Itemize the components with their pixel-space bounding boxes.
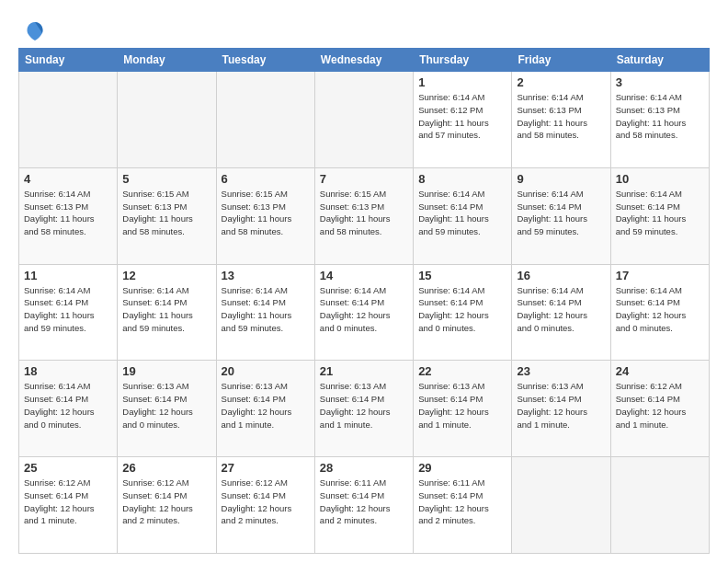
day-info: Sunset: 6:13 PM [320,201,408,213]
table-row: 3Sunrise: 6:14 AMSunset: 6:13 PMDaylight… [610,72,709,168]
day-info: and 57 minutes. [418,129,506,142]
day-info: Sunrise: 6:14 AM [24,380,112,393]
day-info: Daylight: 11 hours [616,213,704,225]
day-info: Daylight: 12 hours [122,502,210,515]
day-info: Sunrise: 6:15 AM [320,188,408,201]
table-row: 15Sunrise: 6:14 AMSunset: 6:14 PMDayligh… [414,264,512,361]
day-info: Daylight: 12 hours [517,406,605,419]
header-monday: Monday [118,49,216,72]
day-info: Daylight: 11 hours [222,213,310,225]
calendar-week-row: 4Sunrise: 6:14 AMSunset: 6:13 PMDaylight… [19,167,710,264]
table-row: 8Sunrise: 6:14 AMSunset: 6:14 PMDaylight… [414,167,512,264]
day-info: Sunset: 6:13 PM [222,201,310,213]
calendar-week-row: 25Sunrise: 6:12 AMSunset: 6:14 PMDayligh… [19,457,710,554]
calendar-week-row: 11Sunrise: 6:14 AMSunset: 6:14 PMDayligh… [19,264,710,361]
table-row: 1Sunrise: 6:14 AMSunset: 6:12 PMDaylight… [414,72,512,168]
table-row: 17Sunrise: 6:14 AMSunset: 6:14 PMDayligh… [610,264,709,361]
day-info: and 59 minutes. [122,322,210,335]
table-row: 16Sunrise: 6:14 AMSunset: 6:14 PMDayligh… [512,264,610,361]
day-info: Sunset: 6:14 PM [320,296,408,309]
day-info: Sunrise: 6:14 AM [616,91,704,104]
day-info: and 1 minute. [418,419,506,431]
day-info: Sunset: 6:12 PM [418,104,506,117]
day-info: Daylight: 11 hours [222,309,310,322]
day-info: Daylight: 11 hours [418,213,506,225]
table-row [512,457,610,554]
day-info: and 0 minutes. [320,322,408,335]
day-number: 15 [418,269,506,282]
day-number: 4 [24,172,112,186]
day-info: Sunset: 6:14 PM [517,201,605,213]
day-info: Daylight: 12 hours [616,406,704,419]
table-row: 25Sunrise: 6:12 AMSunset: 6:14 PMDayligh… [19,457,118,554]
day-info: Sunrise: 6:14 AM [517,91,605,104]
day-info: Sunrise: 6:12 AM [122,477,210,489]
day-info: Sunset: 6:14 PM [616,393,704,406]
table-row [19,72,118,168]
day-info: Daylight: 11 hours [517,117,605,130]
day-info: Sunrise: 6:14 AM [222,284,310,297]
day-info: Sunset: 6:14 PM [418,296,506,309]
day-info: Daylight: 11 hours [24,213,112,225]
header-wednesday: Wednesday [314,49,413,72]
calendar-week-row: 18Sunrise: 6:14 AMSunset: 6:14 PMDayligh… [19,361,710,457]
day-info: Daylight: 11 hours [122,213,210,225]
day-info: Sunrise: 6:14 AM [616,188,704,201]
day-number: 29 [418,461,506,475]
day-info: and 2 minutes. [320,514,408,527]
day-number: 20 [222,364,310,378]
table-row: 6Sunrise: 6:15 AMSunset: 6:13 PMDaylight… [216,167,314,264]
day-info: Sunrise: 6:13 AM [418,380,506,393]
day-info: Sunset: 6:14 PM [122,393,210,406]
calendar: Sunday Monday Tuesday Wednesday Thursday… [18,48,710,554]
day-number: 10 [616,172,704,186]
day-number: 25 [24,461,112,475]
day-info: Daylight: 12 hours [122,406,210,419]
day-info: Daylight: 12 hours [418,309,506,322]
header-friday: Friday [512,49,610,72]
day-info: and 1 minute. [517,419,605,431]
day-info: Daylight: 11 hours [24,309,112,322]
day-info: Daylight: 12 hours [517,309,605,322]
day-info: Sunset: 6:13 PM [616,104,704,117]
table-row [118,72,216,168]
day-info: Daylight: 12 hours [418,406,506,419]
table-row: 23Sunrise: 6:13 AMSunset: 6:14 PMDayligh… [512,361,610,457]
day-info: and 0 minutes. [122,419,210,431]
day-info: Sunset: 6:14 PM [320,393,408,406]
day-number: 23 [517,364,605,378]
table-row [314,72,413,168]
day-info: Sunset: 6:14 PM [517,296,605,309]
day-info: and 58 minutes. [122,225,210,238]
logo [18,18,48,40]
day-info: Daylight: 12 hours [320,406,408,419]
day-info: and 0 minutes. [24,419,112,431]
day-info: Sunrise: 6:14 AM [320,284,408,297]
day-info: Daylight: 11 hours [418,117,506,130]
table-row: 7Sunrise: 6:15 AMSunset: 6:13 PMDaylight… [314,167,413,264]
table-row: 9Sunrise: 6:14 AMSunset: 6:14 PMDaylight… [512,167,610,264]
day-info: Sunrise: 6:14 AM [122,284,210,297]
day-number: 2 [517,75,605,89]
table-row: 11Sunrise: 6:14 AMSunset: 6:14 PMDayligh… [19,264,118,361]
day-number: 16 [517,269,605,282]
day-info: Sunset: 6:14 PM [222,296,310,309]
day-info: Daylight: 12 hours [24,406,112,419]
day-info: Sunrise: 6:14 AM [418,188,506,201]
day-info: and 59 minutes. [222,322,310,335]
day-number: 12 [122,269,210,282]
day-info: Daylight: 12 hours [24,502,112,515]
day-info: Sunset: 6:14 PM [418,489,506,502]
day-info: and 1 minute. [616,419,704,431]
day-info: Sunset: 6:14 PM [517,393,605,406]
day-info: Sunrise: 6:12 AM [222,477,310,489]
day-info: Sunrise: 6:15 AM [122,188,210,201]
day-info: and 58 minutes. [222,225,310,238]
day-info: Sunrise: 6:11 AM [320,477,408,489]
calendar-week-row: 1Sunrise: 6:14 AMSunset: 6:12 PMDaylight… [19,72,710,168]
day-info: Sunrise: 6:13 AM [122,380,210,393]
day-info: and 58 minutes. [24,225,112,238]
table-row [216,72,314,168]
page: Sunday Monday Tuesday Wednesday Thursday… [0,0,728,563]
header-sunday: Sunday [19,49,118,72]
